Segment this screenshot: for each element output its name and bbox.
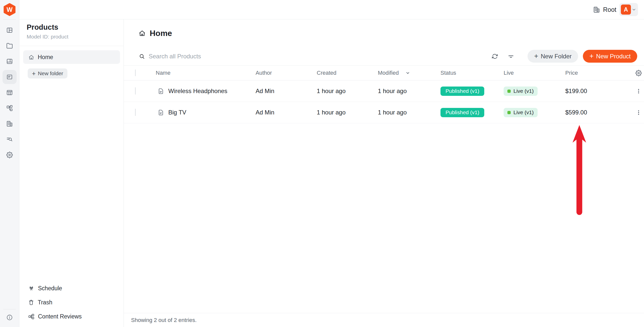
live-dot: [507, 111, 511, 114]
sidebar-item-content-reviews[interactable]: Content Reviews: [20, 309, 124, 323]
sidebar-item-audit-logs[interactable]: [0, 132, 19, 147]
row-actions-menu-button[interactable]: [633, 107, 643, 117]
column-header-created: Created: [317, 70, 378, 76]
column-header-status: Status: [440, 70, 504, 76]
status-badge: Published (v1): [440, 108, 484, 117]
sort-chevron-down-icon[interactable]: [405, 70, 410, 75]
entry-modified: 1 hour ago: [378, 109, 440, 116]
row-actions-menu-button[interactable]: [633, 86, 643, 96]
trash-icon: [28, 299, 34, 305]
user-menu[interactable]: A: [619, 3, 638, 16]
search-icon: [139, 53, 145, 59]
search-input[interactable]: [148, 53, 376, 60]
refresh-button[interactable]: [488, 49, 502, 63]
main-content: Home + New Folder + New Product Name Aut…: [124, 19, 644, 327]
rail-divider: [3, 19, 16, 20]
headless-cms-icon: [3, 70, 17, 84]
entry-author: Ad Min: [256, 88, 317, 95]
row-checkbox[interactable]: [135, 109, 136, 116]
webiny-logo[interactable]: W: [3, 3, 16, 16]
avatar: A: [621, 5, 631, 15]
table-icon: [3, 86, 17, 100]
app-rail: W: [0, 0, 19, 327]
sidebar-item-tenant-manager[interactable]: [0, 116, 19, 132]
column-header-live: Live: [504, 70, 565, 76]
dashboard-icon: [3, 23, 17, 37]
table-row[interactable]: Big TV Ad Min 1 hour ago 1 hour ago Publ…: [124, 102, 644, 123]
entry-created: 1 hour ago: [317, 109, 378, 116]
folder-icon: [3, 39, 17, 53]
model-header: Products Model ID: product: [20, 19, 124, 46]
sidebar-item-forms[interactable]: [0, 85, 19, 100]
kebab-icon: [635, 88, 642, 94]
sidebar-item-schedule[interactable]: Schedule: [20, 281, 124, 295]
settings-gear-icon: [3, 148, 17, 162]
sidebar-item-workflows[interactable]: [0, 100, 19, 116]
schedule-label: Schedule: [38, 285, 62, 292]
broadcast-icon: [28, 285, 34, 292]
info-icon: [6, 314, 13, 321]
tenant-selector[interactable]: Root: [593, 6, 616, 13]
new-product-button[interactable]: + New Product: [583, 50, 637, 63]
new-folder-button[interactable]: + New Folder: [528, 50, 578, 63]
column-header-author: Author: [256, 70, 317, 76]
table-header: Name Author Created Modified Status Live…: [124, 66, 644, 80]
document-icon: [158, 109, 164, 116]
entry-price: $599.00: [565, 109, 631, 116]
sidebar-item-trash[interactable]: Trash: [20, 295, 124, 309]
info-button[interactable]: [0, 309, 19, 325]
entry-price: $199.00: [565, 88, 631, 95]
home-icon: [28, 54, 34, 60]
document-icon: [158, 88, 164, 94]
new-folder-button-label: New Folder: [541, 53, 572, 60]
entry-name[interactable]: Big TV: [168, 109, 186, 116]
table-row[interactable]: Wireless Headphones Ad Min 1 hour ago 1 …: [124, 80, 644, 102]
page-builder-icon: [3, 54, 17, 68]
sidebar-item-dashboard[interactable]: [0, 22, 19, 38]
row-checkbox[interactable]: [135, 87, 136, 95]
sidebar-new-folder-button[interactable]: + New folder: [28, 68, 67, 78]
sidebar-item-headless-cms[interactable]: [0, 69, 19, 85]
building-icon: [593, 6, 600, 13]
sidebar-bottom-group: Schedule Trash Content Reviews: [20, 281, 124, 323]
entry-name[interactable]: Wireless Headphones: [168, 88, 227, 95]
top-bar: Root A: [19, 0, 644, 19]
gear-icon: [635, 70, 642, 76]
table-settings-button[interactable]: [633, 68, 643, 78]
entries-count: Showing 2 out of 2 entries.: [131, 317, 197, 323]
entry-author: Ad Min: [256, 109, 317, 116]
new-folder-label: New folder: [38, 70, 63, 76]
sidebar-item-settings[interactable]: [0, 147, 19, 163]
sidebar-item-page-builder[interactable]: [0, 54, 19, 69]
select-all-checkbox[interactable]: [135, 69, 136, 76]
workflow-icon: [3, 101, 17, 115]
table-footer: Showing 2 out of 2 entries.: [124, 313, 644, 327]
live-dot: [507, 90, 511, 93]
tenant-building-icon: [3, 117, 17, 131]
logo-letter: W: [7, 6, 13, 13]
filter-button[interactable]: [504, 49, 518, 63]
content-reviews-icon: [28, 313, 34, 320]
plus-icon: +: [534, 53, 538, 60]
content-reviews-label: Content Reviews: [38, 313, 82, 320]
page-title: Home: [150, 29, 172, 38]
refresh-icon: [492, 53, 498, 60]
sidebar-item-home[interactable]: Home: [23, 50, 120, 64]
sidebar-item-label: Home: [38, 54, 53, 61]
home-icon: [138, 29, 146, 37]
page-header: Home: [124, 19, 644, 47]
column-header-name: Name: [156, 70, 256, 76]
live-badge: Live (v1): [504, 87, 538, 96]
column-header-price: Price: [565, 70, 631, 76]
model-sidebar: Products Model ID: product Home + New fo…: [20, 19, 124, 327]
model-title: Products: [27, 23, 124, 32]
entry-created: 1 hour ago: [317, 88, 378, 95]
plus-icon: +: [589, 53, 593, 60]
filter-icon: [508, 53, 514, 60]
trash-label: Trash: [38, 299, 52, 306]
status-badge: Published (v1): [440, 87, 484, 96]
tenant-label: Root: [603, 6, 616, 13]
sidebar-item-file-manager[interactable]: [0, 38, 19, 54]
column-header-modified: Modified: [378, 70, 399, 76]
new-product-button-label: New Product: [596, 53, 631, 60]
